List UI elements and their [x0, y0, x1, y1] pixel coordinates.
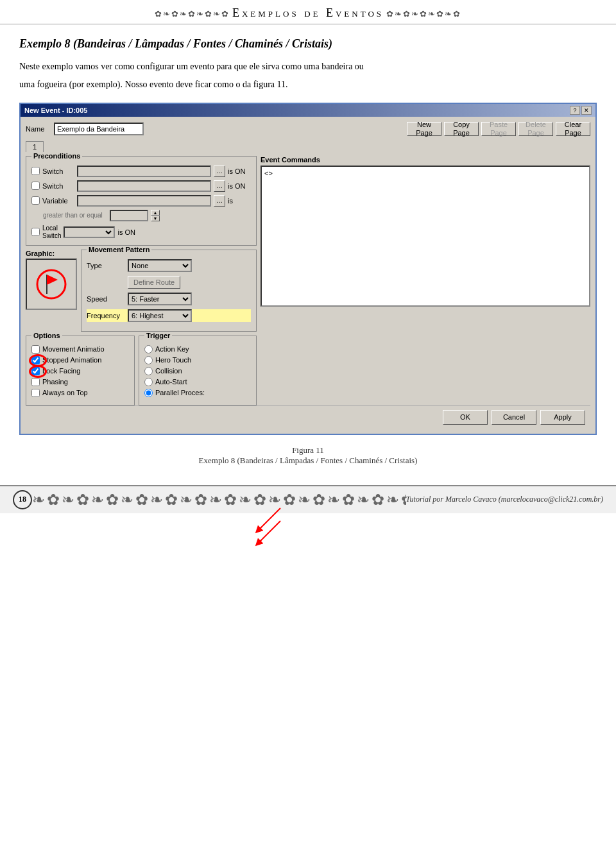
- trigger-groupbox: Trigger Action Key Hero Touch: [139, 336, 257, 405]
- precond-variable-dots[interactable]: …: [214, 195, 225, 207]
- precond-sub-input[interactable]: [110, 210, 148, 221]
- arrow-annotation-2: [248, 518, 287, 550]
- movement-type-select[interactable]: None: [128, 259, 192, 272]
- paste-page-button[interactable]: Paste Page: [481, 122, 516, 136]
- option-stopped-anim: Stopped Animation: [31, 356, 129, 364]
- option-always-top-checkbox[interactable]: [31, 389, 40, 397]
- trigger-auto-start-radio[interactable]: [144, 378, 153, 386]
- trigger-hero-touch-radio[interactable]: [144, 356, 153, 364]
- graphic-preview[interactable]: [26, 259, 77, 310]
- trigger-auto-start-label: Auto-Start: [155, 378, 187, 386]
- dialog-titlebar: New Event - ID:005 ? ✕: [21, 104, 595, 117]
- cancel-button[interactable]: Cancel: [492, 410, 536, 425]
- precond-sub-label: greater than or equal: [43, 212, 107, 219]
- apply-button[interactable]: Apply: [540, 410, 585, 425]
- clear-page-button[interactable]: Clear Page: [556, 122, 590, 136]
- precond-variable-checkbox[interactable]: [31, 196, 40, 205]
- precond-switch-row-2: Switch … is ON: [31, 180, 251, 192]
- precond-switch-1-dots[interactable]: …: [214, 166, 225, 177]
- precond-switch-2-checkbox[interactable]: [31, 182, 40, 190]
- trigger-action-key: Action Key: [144, 345, 251, 354]
- precond-switch-1-checkbox[interactable]: [31, 167, 40, 175]
- precond-switch-1-label: Switch: [42, 167, 74, 175]
- flag-graphic: [35, 268, 67, 300]
- new-page-button[interactable]: New Page: [407, 122, 441, 136]
- page-header: ✿❧✿❧✿❧✿❧✿ Exemplos de Eventos ✿❧✿❧✿❧✿❧✿: [0, 0, 616, 24]
- ok-button[interactable]: OK: [443, 410, 488, 425]
- close-button[interactable]: ✕: [581, 106, 592, 115]
- dialog-window: New Event - ID:005 ? ✕ Name New Page Cop…: [19, 103, 597, 435]
- precond-switch-1-input[interactable]: [77, 166, 211, 177]
- left-column: Preconditions Switch … is ON Switch: [26, 156, 257, 405]
- option-always-top: Always on Top: [31, 389, 129, 397]
- options-trigger-row: Options Movement Animatio Stopped Animat…: [26, 336, 257, 405]
- option-lock-facing-checkbox[interactable]: [31, 367, 40, 375]
- movement-define-row: Define Route: [87, 276, 251, 289]
- titlebar-controls: ? ✕: [570, 106, 592, 115]
- intro-text-2: uma fogueira (por exemplo). Nosso evento…: [19, 78, 597, 92]
- precond-variable-label: Variable: [42, 197, 74, 205]
- option-phasing-checkbox[interactable]: [31, 378, 40, 386]
- precond-variable-status: is: [228, 197, 251, 205]
- help-button[interactable]: ?: [570, 106, 580, 115]
- footer-credit: Tutorial por Marcelo Cavaco (marcelocava…: [406, 495, 603, 504]
- precond-switch-2-dots[interactable]: …: [214, 180, 225, 192]
- svg-marker-2: [47, 275, 58, 285]
- page-title: Exemplos de Eventos: [232, 6, 384, 19]
- local-switch-checkbox[interactable]: [31, 228, 40, 236]
- name-input[interactable]: [54, 123, 144, 135]
- section-title: Exemplo 8 (Bandeiras / Lâmpadas / Fontes…: [19, 37, 597, 51]
- page-number: 18: [13, 490, 32, 509]
- spin-up-button[interactable]: ▲: [151, 210, 160, 216]
- trigger-collision-label: Collision: [155, 367, 182, 375]
- movement-speed-label: Speed: [87, 295, 125, 303]
- trigger-hero-touch: Hero Touch: [144, 356, 251, 364]
- define-route-button[interactable]: Define Route: [128, 276, 180, 289]
- option-stopped-anim-label: Stopped Animation: [42, 356, 101, 364]
- options-title: Options: [31, 332, 62, 339]
- precond-switch-2-input[interactable]: [77, 180, 211, 192]
- tab-row: 1: [26, 141, 590, 152]
- trigger-collision-radio[interactable]: [144, 367, 153, 375]
- option-phasing-label: Phasing: [42, 378, 68, 386]
- preconditions-groupbox: Preconditions Switch … is ON Switch: [26, 156, 257, 246]
- precond-switch-1-status: is ON: [228, 167, 251, 175]
- option-lock-facing-label: Lock Facing: [42, 367, 80, 375]
- dialog-body: Name New Page Copy Page Paste Page Delet…: [21, 117, 595, 434]
- name-label: Name: [26, 125, 49, 133]
- local-switch-select[interactable]: [64, 226, 115, 238]
- spin-down-button[interactable]: ▼: [151, 216, 160, 221]
- trigger-parallel-radio[interactable]: [144, 389, 153, 397]
- movement-frequency-select[interactable]: 6: Highest: [128, 309, 192, 322]
- name-row: Name New Page Copy Page Paste Page Delet…: [26, 122, 590, 136]
- trigger-parallel-label: Parallel Proces:: [155, 389, 205, 396]
- movement-type-row: Type None: [87, 259, 251, 272]
- main-content: Exemplo 8 (Bandeiras / Lâmpadas / Fontes…: [0, 24, 616, 479]
- right-column: Event Commands <>: [261, 156, 590, 405]
- precond-variable-input[interactable]: [77, 195, 211, 207]
- footer-ornament: ❧✿❧✿❧✿❧✿❧✿❧✿❧✿❧✿❧✿❧✿❧✿❧✿❧✿❧✿❧✿❧✿❧✿❧✿❧✿❧✿…: [32, 490, 406, 509]
- event-commands-box[interactable]: <>: [261, 166, 590, 307]
- option-movement-anim-checkbox[interactable]: [31, 345, 40, 354]
- tab-1[interactable]: 1: [26, 141, 44, 152]
- trigger-action-key-radio[interactable]: [144, 345, 153, 354]
- precond-variable-row: Variable … is: [31, 195, 251, 207]
- figure-caption: Figura 11 Exemplo 8 (Bandeiras / Lâmpada…: [19, 445, 597, 466]
- movement-frequency-row: Frequency 6: Highest: [87, 309, 251, 322]
- header-ornament-left: ✿❧✿❧✿❧✿❧✿: [155, 9, 230, 19]
- copy-page-button[interactable]: Copy Page: [444, 122, 479, 136]
- movement-speed-select[interactable]: 5: Faster: [128, 293, 192, 305]
- delete-page-button[interactable]: Delete Page: [518, 122, 553, 136]
- option-stopped-anim-checkbox[interactable]: [31, 356, 40, 364]
- precond-sub-row: greater than or equal ▲ ▼: [31, 210, 251, 221]
- precond-sub-spinners: ▲ ▼: [151, 210, 160, 221]
- trigger-auto-start: Auto-Start: [144, 378, 251, 386]
- movement-speed-row: Speed 5: Faster: [87, 293, 251, 305]
- footer-content: 18 ❧✿❧✿❧✿❧✿❧✿❧✿❧✿❧✿❧✿❧✿❧✿❧✿❧✿❧✿❧✿❧✿❧✿❧✿❧…: [13, 490, 603, 509]
- dialog-footer: OK Cancel Apply: [26, 405, 590, 429]
- intro-text-1: Neste exemplo vamos ver como configurar …: [19, 60, 597, 74]
- option-movement-anim-label: Movement Animatio: [42, 345, 105, 353]
- options-groupbox: Options Movement Animatio Stopped Animat…: [26, 336, 135, 405]
- local-switch-label: LocalSwitch: [42, 225, 61, 240]
- two-column-layout: Preconditions Switch … is ON Switch: [26, 156, 590, 405]
